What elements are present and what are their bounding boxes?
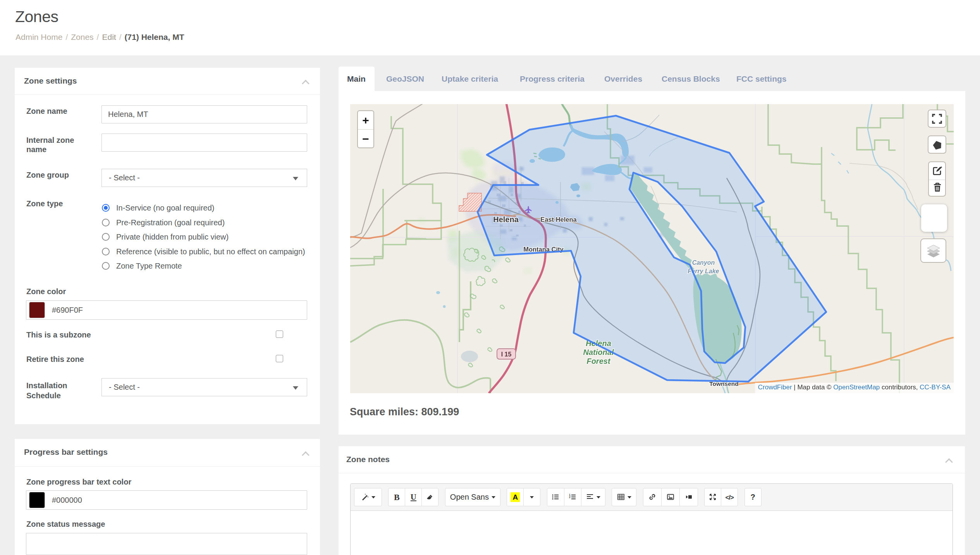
svg-text:East Helena: East Helena [540,216,577,223]
svg-text:Canyon: Canyon [692,259,715,266]
svg-text:I 15: I 15 [501,351,512,358]
svg-text:Forest: Forest [586,357,610,365]
svg-text:National: National [583,348,614,356]
svg-text:Helena: Helena [493,215,519,224]
svg-text:2: 2 [569,496,571,498]
